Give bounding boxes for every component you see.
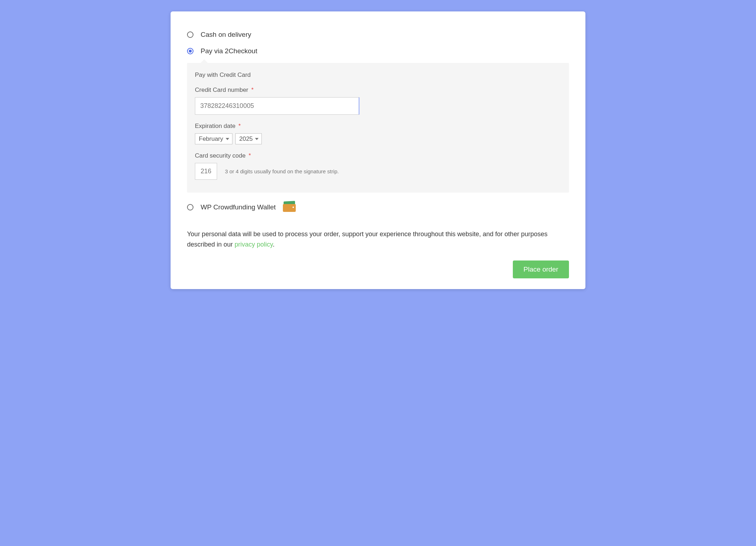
cc-panel-arrow [200, 59, 208, 64]
required-icon: * [251, 87, 254, 93]
payment-option-2checkout[interactable]: Pay via 2Checkout [187, 43, 569, 59]
checkout-card: Cash on delivery Pay via 2Checkout Pay w… [171, 11, 585, 289]
privacy-note: Your personal data will be used to proce… [187, 229, 569, 250]
cc-panel: Pay with Credit Card Credit Card number … [187, 63, 569, 193]
privacy-text-after: . [273, 241, 275, 248]
cc-cvc-hint: 3 or 4 digits usually found on the signa… [225, 168, 339, 174]
place-order-button[interactable]: Place order [513, 260, 569, 278]
payment-option-wallet[interactable]: WP Crowdfunding Wallet [187, 198, 569, 216]
radio-2checkout[interactable] [187, 48, 193, 54]
cc-exp-group: Expiration date * February 2025 [195, 123, 561, 144]
cc-exp-label: Expiration date [195, 123, 235, 130]
payment-option-cod-label: Cash on delivery [201, 31, 251, 39]
cc-number-input[interactable] [195, 97, 359, 115]
radio-wallet[interactable] [187, 204, 193, 210]
cc-panel-title: Pay with Credit Card [195, 71, 561, 79]
radio-cod[interactable] [187, 31, 193, 38]
cc-number-group: Credit Card number * [195, 86, 561, 115]
cc-cvc-label: Card security code [195, 152, 246, 159]
checkout-inner: Cash on delivery Pay via 2Checkout Pay w… [174, 15, 582, 286]
cc-cvc-group: Card security code * 3 or 4 digits usual… [195, 152, 561, 180]
cc-exp-month-select[interactable]: February [195, 133, 232, 144]
payment-option-cod[interactable]: Cash on delivery [187, 26, 569, 43]
actions-row: Place order [187, 260, 569, 278]
cc-panel-wrapper: Pay with Credit Card Credit Card number … [187, 63, 569, 193]
required-icon: * [249, 153, 251, 159]
payment-option-wallet-label: WP Crowdfunding Wallet [201, 203, 276, 211]
payment-option-2checkout-label: Pay via 2Checkout [201, 47, 257, 55]
required-icon: * [239, 123, 241, 129]
wallet-icon [283, 203, 296, 212]
cc-exp-year-select[interactable]: 2025 [235, 133, 262, 144]
cc-cvc-input[interactable] [195, 163, 217, 180]
cc-number-label: Credit Card number [195, 86, 248, 94]
privacy-policy-link[interactable]: privacy policy [235, 241, 273, 248]
